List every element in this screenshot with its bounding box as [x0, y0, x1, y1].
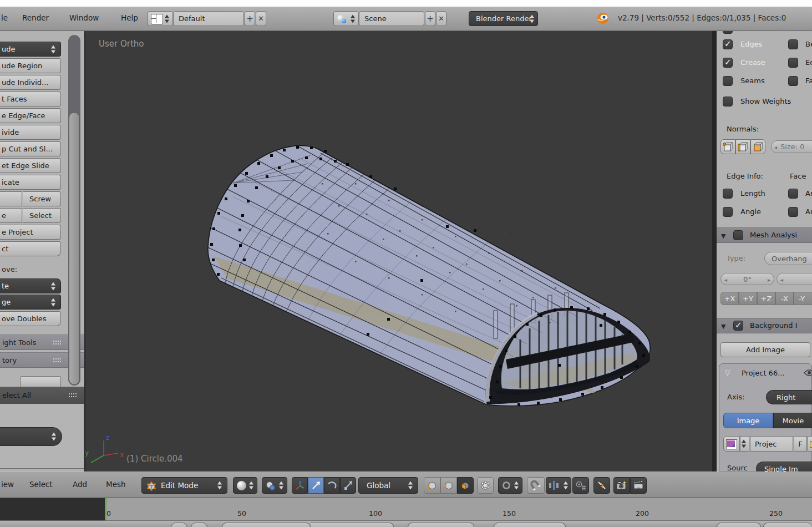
background-images-checkbox[interactable]	[733, 321, 743, 331]
add-layout-button[interactable]: +	[245, 11, 255, 26]
screw-button[interactable]: Screw	[23, 191, 61, 206]
snap-toggle-button[interactable]	[527, 477, 545, 494]
face-normals-button[interactable]	[750, 139, 765, 154]
fake-user-button[interactable]: F	[794, 436, 807, 452]
image-datablock-button[interactable]	[723, 436, 740, 452]
bevel-checkbox[interactable]	[788, 39, 798, 49]
proportional-editing-dropdown[interactable]	[498, 477, 522, 494]
timeline-field-partial[interactable]	[311, 523, 394, 527]
scene-selector-button[interactable]	[333, 11, 359, 26]
timeline-button-partial[interactable]	[191, 523, 207, 527]
timeline-button-partial[interactable]	[171, 523, 187, 527]
image-datablock-arrows[interactable]	[740, 436, 749, 452]
mesh-object[interactable]	[208, 146, 650, 406]
spin-button[interactable]	[0, 191, 22, 206]
pivot-point-dropdown[interactable]	[262, 477, 287, 494]
mesh-analysis-panel-header[interactable]: Mesh Analysi	[717, 227, 812, 243]
seams-checkbox[interactable]	[723, 76, 733, 86]
background-images-panel-header[interactable]: Background I	[717, 318, 812, 333]
merge-menu[interactable]: ge	[0, 295, 61, 310]
offset-edge-slide-button[interactable]: et Edge Slide	[0, 158, 61, 173]
delete-menu[interactable]: te	[0, 278, 61, 293]
timeline-editor[interactable]: 0 50 100 150 200 250	[0, 498, 812, 527]
panel-grip-icon[interactable]	[53, 341, 62, 344]
axis-plus-z-button[interactable]: +Z	[757, 292, 775, 305]
axis-minus-y-button[interactable]: -Y	[794, 292, 812, 305]
screen-layout-button[interactable]	[148, 11, 173, 26]
limit-selection-visible-button[interactable]	[477, 477, 494, 494]
snap-element-dropdown[interactable]	[546, 477, 571, 494]
image-tab[interactable]: Image	[723, 413, 773, 428]
automerge-button[interactable]	[593, 477, 610, 494]
menu-window[interactable]: Window	[69, 13, 99, 22]
analysis-max-slider[interactable]	[777, 273, 812, 285]
tool-shelf-scrollbar-handle[interactable]	[69, 112, 80, 385]
bisect-button[interactable]: ct	[0, 241, 61, 256]
face-area-checkbox[interactable]	[788, 189, 798, 199]
analysis-min-slider[interactable]: 0°	[720, 273, 774, 285]
extrude-individual-button[interactable]: ude Individ...	[0, 75, 61, 90]
add-scene-button[interactable]: +	[425, 11, 435, 26]
opengl-render-animation-button[interactable]	[630, 477, 647, 494]
timeline-button-partial[interactable]	[763, 523, 812, 527]
menu-select[interactable]: Select	[29, 480, 53, 489]
timeline-button-partial[interactable]	[717, 523, 761, 527]
menu-add[interactable]: Add	[73, 480, 87, 489]
opengl-render-button[interactable]	[613, 477, 630, 494]
redo-panel-header[interactable]: elect All	[0, 387, 84, 404]
edge-marks-checkbox[interactable]	[788, 58, 798, 68]
mesh-analysis-checkbox[interactable]	[733, 230, 743, 240]
axis-plus-x-button[interactable]: +X	[720, 292, 739, 305]
translate-manipulator-button[interactable]	[308, 477, 324, 494]
history-partial-button[interactable]	[20, 376, 61, 387]
knife-button[interactable]: e	[0, 208, 22, 223]
menu-mesh[interactable]: Mesh	[106, 480, 126, 489]
menu-file[interactable]: le	[1, 13, 8, 22]
extrude-region-button[interactable]: ude Region	[0, 58, 61, 73]
eye-icon[interactable]	[804, 369, 812, 378]
edge-angle-checkbox[interactable]	[723, 207, 733, 217]
collapse-triangle-icon[interactable]	[721, 322, 725, 330]
manipulator-toggle-button[interactable]	[292, 477, 308, 494]
extrude-menu[interactable]: ude	[0, 42, 61, 57]
expand-triangle-icon[interactable]	[725, 368, 730, 377]
viewport-shading-dropdown[interactable]	[233, 477, 257, 494]
knife-select-button[interactable]: Select	[23, 208, 61, 223]
menu-help[interactable]: Help	[121, 13, 138, 22]
scene-name-field[interactable]: Scene	[359, 11, 424, 26]
timeline-field-partial[interactable]	[408, 523, 474, 527]
edge-select-button[interactable]	[440, 477, 457, 494]
delete-layout-button[interactable]: ✕	[256, 11, 266, 26]
vertex-select-button[interactable]	[424, 477, 440, 494]
vertex-normals-button[interactable]	[720, 139, 735, 154]
tool-shelf-scrollbar[interactable]	[68, 35, 80, 386]
axis-plus-y-button[interactable]: +Y	[739, 292, 757, 305]
menu-render[interactable]: Render	[22, 13, 49, 22]
mode-dropdown[interactable]: Edit Mode	[141, 477, 227, 494]
rotate-manipulator-button[interactable]	[324, 477, 340, 494]
remove-doubles-button[interactable]: ove Doubles	[0, 311, 61, 326]
screen-layout-name-field[interactable]: Default	[173, 11, 244, 26]
select-action-dropdown[interactable]	[0, 427, 62, 446]
movie-tab[interactable]: Movie	[773, 413, 812, 428]
edge-length-checkbox[interactable]	[723, 189, 733, 199]
timeline-field-partial[interactable]	[222, 523, 311, 527]
subdivide-button[interactable]: ivide	[0, 125, 61, 140]
make-edge-face-button[interactable]: e Edge/Face	[0, 108, 61, 123]
snap-target-button[interactable]	[572, 477, 589, 494]
render-engine-dropdown[interactable]: Blender Render	[469, 11, 538, 26]
menu-view[interactable]: iew	[1, 480, 14, 489]
image-name-field[interactable]: Projec	[750, 436, 793, 452]
loop-cut-slide-button[interactable]: p Cut and Sl...	[0, 141, 61, 156]
duplicate-button[interactable]: icate	[0, 175, 61, 190]
normals-size-slider[interactable]: Size: 0	[771, 140, 812, 153]
crease-checkbox[interactable]	[723, 58, 733, 68]
add-image-button[interactable]: Add Image	[720, 342, 810, 357]
viewport-canvas[interactable]: z y x	[0, 0, 812, 527]
axis-dropdown[interactable]: Right	[766, 390, 812, 404]
face-select-button[interactable]	[457, 477, 474, 494]
panel-grip-icon[interactable]	[69, 393, 77, 397]
show-weights-checkbox[interactable]	[723, 97, 733, 107]
axis-minus-x-button[interactable]: -X	[775, 292, 794, 305]
loose-edge-normals-button[interactable]	[735, 139, 750, 154]
